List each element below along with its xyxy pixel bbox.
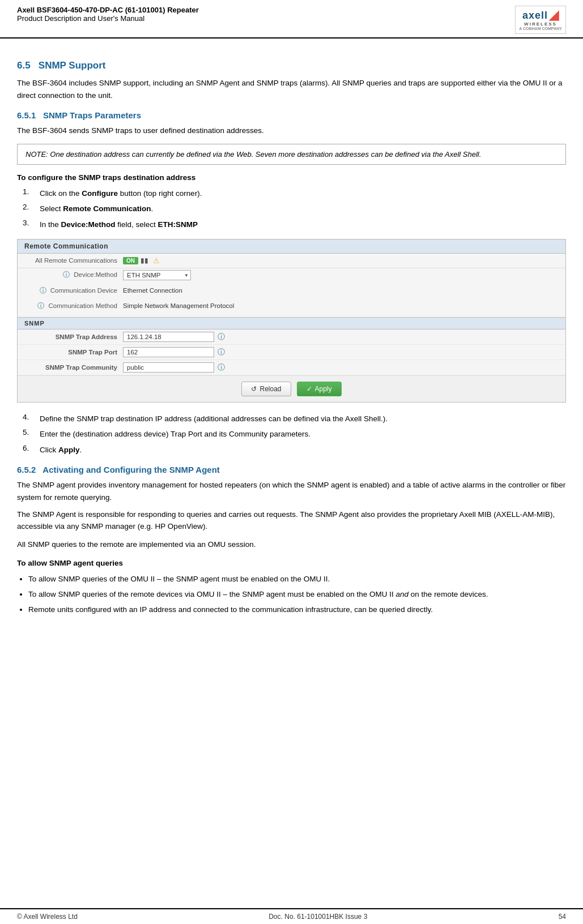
snmp-trap-port-label: SNMP Trap Port	[21, 349, 123, 356]
logo: axell ◢ WIRELESS A COBHAM COMPANY	[515, 6, 566, 34]
snmp-trap-address-label: SNMP Trap Address	[21, 333, 123, 340]
comm-method-row: ⓘ Communication Method Simple Network Ma…	[18, 300, 565, 313]
step-5-num: 5.	[23, 428, 40, 440]
device-method-label: ⓘ Device:Method	[21, 270, 123, 280]
step-5: 5. Enter the (destination address device…	[23, 428, 566, 440]
comm-device-value: Ethernet Connection	[123, 287, 182, 294]
step-4-num: 4.	[23, 413, 40, 425]
footer: © Axell Wireless Ltd Doc. No. 61-101001H…	[0, 908, 583, 924]
snmp-trap-community-row: SNMP Trap Community ⓘ	[18, 360, 565, 375]
reload-button[interactable]: ↺ Reload	[241, 382, 291, 396]
header-line1: Axell BSF3604-450-470-DP-AC (61-101001) …	[17, 6, 199, 14]
logo-top: axell	[522, 10, 548, 22]
step-3-num: 3.	[23, 219, 40, 231]
step-1: 1. Click on the Configure button (top ri…	[23, 187, 566, 200]
comm-device-label: ⓘ Communication Device	[21, 286, 123, 296]
info-icon-cd: ⓘ	[40, 286, 46, 294]
bullet-3: Remote units configured with an IP addre…	[28, 604, 566, 617]
snmp-trap-community-input[interactable]	[123, 362, 214, 373]
section-65-heading: 6.5 SNMP Support	[17, 60, 566, 71]
step-3: 3. In the Device:Method field, select ET…	[23, 219, 566, 231]
step-3-text: In the Device:Method field, select ETH:S…	[40, 219, 198, 231]
logo-wireless: WIRELESS	[524, 22, 557, 27]
snmp-trap-port-input[interactable]	[123, 347, 214, 357]
content: 6.5 SNMP Support The BSF-3604 includes S…	[0, 38, 583, 908]
step-6: 6. Click Apply.	[23, 444, 566, 456]
section-652-para1: The SNMP agent provides inventory manage…	[17, 479, 566, 503]
reload-icon: ↺	[251, 385, 257, 393]
section-652-para2: The SNMP Agent is responsible for respon…	[17, 508, 566, 533]
step-6-text: Click Apply.	[40, 444, 82, 456]
section-652-para3: All SNMP queries to the remote are imple…	[17, 538, 566, 551]
apply-label: Apply	[315, 385, 332, 393]
page: Axell BSF3604-450-470-DP-AC (61-101001) …	[0, 0, 583, 924]
section-652-heading: 6.5.2 Activating and Configuring the SNM…	[17, 465, 566, 474]
footer-right: 54	[559, 913, 566, 921]
panel-title: Remote Communication	[18, 239, 565, 254]
note-box: NOTE: One destination address can curren…	[17, 144, 566, 165]
button-row: ↺ Reload ✓ Apply	[18, 375, 565, 402]
step-4-text: Define the SNMP trap destination IP addr…	[40, 413, 388, 425]
logo-accent: ◢	[549, 9, 559, 22]
info-icon-dm: ⓘ	[63, 271, 70, 279]
section-651-heading: 6.5.1 SNMP Traps Parameters	[17, 110, 566, 120]
header-title: Axell BSF3604-450-470-DP-AC (61-101001) …	[17, 6, 199, 23]
step-1-text: Click on the Configure button (top right…	[40, 187, 202, 200]
step-5-text: Enter the (destination address device) T…	[40, 428, 310, 440]
allow-title: To allow SNMP agent queries	[17, 557, 566, 570]
step-2-num: 2.	[23, 203, 40, 215]
snmp-trap-port-row: SNMP Trap Port ⓘ	[18, 345, 565, 360]
step-2-text: Select Remote Communication.	[40, 203, 153, 215]
steps-4-6: 4. Define the SNMP trap destination IP a…	[23, 413, 566, 456]
snmp-info-community: ⓘ	[218, 362, 225, 373]
footer-left: © Axell Wireless Ltd	[17, 913, 78, 921]
bullet-list: To allow SNMP queries of the OMU II – th…	[28, 573, 566, 617]
on-badge: ON	[123, 257, 138, 264]
footer-center: Doc. No. 61-101001HBK Issue 3	[269, 913, 367, 921]
snmp-trap-address-row: SNMP Trap Address ⓘ	[18, 330, 565, 345]
snmp-info-addr: ⓘ	[218, 332, 225, 342]
section-65-intro: The BSF-3604 includes SNMP support, incl…	[17, 77, 566, 101]
steps-1-3: 1. Click on the Configure button (top ri…	[23, 187, 566, 231]
apply-icon: ✓	[307, 385, 312, 393]
snmp-info-port: ⓘ	[218, 347, 225, 357]
info-icon-cm: ⓘ	[37, 302, 44, 310]
toggle-icon: ▮▮	[141, 256, 148, 264]
comm-method-value: Simple Network Management Protocol	[123, 302, 234, 309]
comm-method-label: ⓘ Communication Method	[21, 301, 123, 311]
snmp-section: SNMP SNMP Trap Address ⓘ SNMP Trap Port …	[18, 317, 565, 402]
header-line2: Product Description and User's Manual	[17, 14, 199, 23]
apply-button[interactable]: ✓ Apply	[297, 382, 342, 396]
snmp-title: SNMP	[18, 318, 565, 330]
ui-panel: Remote Communication All Remote Communic…	[17, 239, 566, 403]
section-651-intro: The BSF-3604 sends SNMP traps to user de…	[17, 125, 566, 137]
step-6-num: 6.	[23, 444, 40, 456]
comm-device-row: ⓘ Communication Device Ethernet Connecti…	[18, 284, 565, 297]
all-remote-label: All Remote Communications	[21, 257, 123, 264]
all-remote-row: All Remote Communications ON ▮▮ ⚠	[18, 254, 565, 268]
step-4: 4. Define the SNMP trap destination IP a…	[23, 413, 566, 425]
warning-icon: ⚠	[153, 256, 160, 265]
logo-cobham: A COBHAM COMPANY	[519, 27, 561, 31]
device-method-row: ⓘ Device:Method ETH SNMP	[18, 268, 565, 282]
device-method-select[interactable]: ETH SNMP	[123, 270, 191, 280]
reload-label: Reload	[259, 385, 281, 393]
logo-area: axell ◢ WIRELESS A COBHAM COMPANY	[515, 6, 566, 34]
bullet-2: To allow SNMP queries of the remote devi…	[28, 588, 566, 601]
device-method-select-wrapper[interactable]: ETH SNMP	[123, 270, 191, 280]
snmp-trap-address-input[interactable]	[123, 332, 214, 342]
snmp-trap-community-label: SNMP Trap Community	[21, 364, 123, 371]
step-2: 2. Select Remote Communication.	[23, 203, 566, 215]
header: Axell BSF3604-450-470-DP-AC (61-101001) …	[0, 0, 583, 38]
bullet-1: To allow SNMP queries of the OMU II – th…	[28, 573, 566, 586]
step-1-num: 1.	[23, 187, 40, 200]
steps-title: To configure the SNMP traps destination …	[17, 172, 566, 184]
